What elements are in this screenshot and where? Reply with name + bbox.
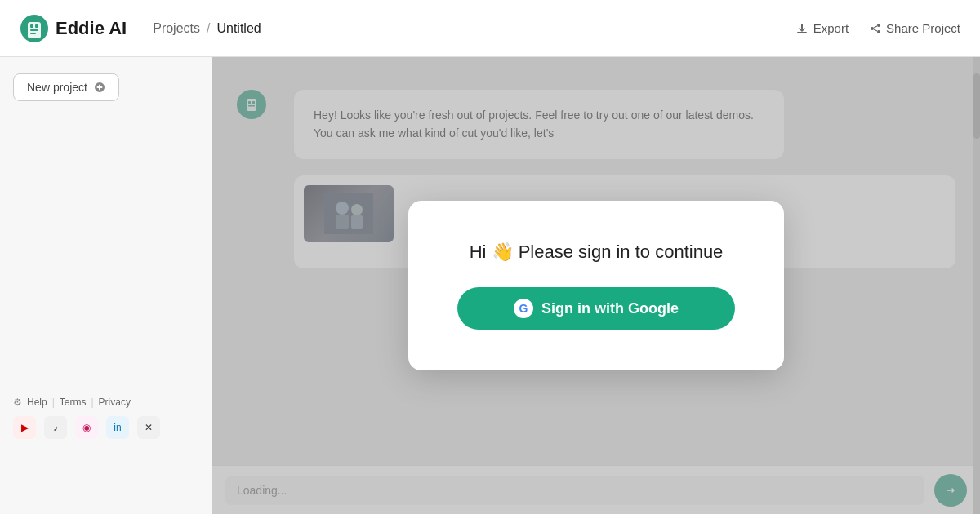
tiktok-icon[interactable]: ♪ [44,416,67,439]
modal-overlay: Hi 👋 Please sign in to continue G Sign i… [212,57,980,514]
content-area: Hey! Looks like you're fresh out of proj… [212,57,980,514]
terms-link[interactable]: Terms [60,397,87,408]
google-btn-label: Sign in with Google [541,300,679,317]
youtube-icon[interactable]: ▶ [13,416,36,439]
svg-rect-7 [801,24,803,30]
google-g: G [519,302,528,315]
help-link[interactable]: Help [27,397,47,408]
svg-point-8 [871,27,874,30]
svg-point-9 [877,24,880,27]
svg-rect-2 [30,24,33,28]
main-layout: New project ⚙ Help | Terms | Privacy ▶ ♪… [0,57,980,514]
svg-rect-15 [96,86,102,88]
new-project-icon [94,82,105,93]
svg-point-10 [877,30,880,33]
svg-rect-6 [797,32,807,33]
breadcrumb-projects[interactable]: Projects [153,21,200,36]
app-name: Eddie AI [56,18,127,39]
footer-sep-1: | [52,397,55,408]
breadcrumb-current: Untitled [216,21,261,36]
svg-line-12 [874,29,877,31]
export-button[interactable]: Export [795,21,849,35]
breadcrumb-separator: / [207,21,210,36]
export-label: Export [813,21,849,35]
new-project-button[interactable]: New project [13,73,119,101]
privacy-link[interactable]: Privacy [99,397,131,408]
share-icon [868,22,881,35]
modal-title: Hi 👋 Please sign in to continue [470,241,724,263]
sidebar-footer: ⚙ Help | Terms | Privacy ▶ ♪ ◉ in ✕ [0,387,212,449]
social-icons: ▶ ♪ ◉ in ✕ [13,416,199,439]
linkedin-icon[interactable]: in [106,416,129,439]
svg-rect-4 [30,29,38,31]
svg-rect-3 [35,24,38,28]
sign-in-modal: Hi 👋 Please sign in to continue G Sign i… [408,201,784,370]
google-sign-in-button[interactable]: G Sign in with Google [457,287,735,330]
google-icon: G [514,299,533,318]
footer-sep-2: | [91,397,93,408]
breadcrumb: Projects / Untitled [153,21,261,36]
export-icon [795,22,808,35]
settings-icon[interactable]: ⚙ [13,397,22,408]
svg-rect-5 [30,33,36,34]
share-project-button[interactable]: Share Project [868,21,960,35]
new-project-label: New project [27,81,87,94]
footer-links: ⚙ Help | Terms | Privacy [13,397,199,408]
svg-line-11 [874,26,877,28]
header-left: Eddie AI Projects / Untitled [20,14,261,43]
sidebar: New project ⚙ Help | Terms | Privacy ▶ ♪… [0,57,212,514]
logo-icon [20,14,49,43]
twitter-icon[interactable]: ✕ [137,416,160,439]
header: Eddie AI Projects / Untitled Export [0,0,980,57]
header-right: Export Share Project [795,21,960,35]
share-project-label: Share Project [886,21,960,35]
logo: Eddie AI [20,14,127,43]
instagram-icon[interactable]: ◉ [75,416,98,439]
